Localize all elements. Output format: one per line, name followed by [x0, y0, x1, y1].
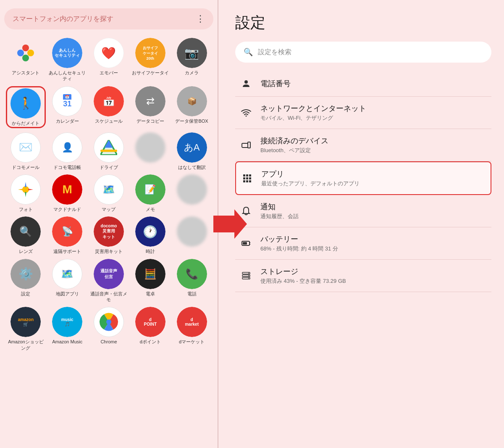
app-item-memo[interactable]: 📝メモ [130, 174, 170, 212]
app-item-mcdonalds[interactable]: Mマクドナルド [47, 174, 87, 212]
app-item-dpoint[interactable]: dPOINTdポイント [130, 307, 170, 351]
settings-icon-connected [240, 139, 252, 151]
app-icon-schedule: 📅 [94, 86, 124, 116]
app-label-dmarket: dマーケット [179, 339, 205, 345]
right-panel: 設定 🔍 設定を検索 電話番号ネットワークとインターネットモバイル、Wi-Fi、… [218, 0, 504, 448]
app-icon-photos [10, 174, 41, 205]
arrow-container [213, 209, 247, 239]
svg-point-0 [17, 50, 24, 56]
app-label-mcdonalds: マクドナルド [53, 206, 81, 212]
app-item-docomotel[interactable]: 👤ドコモ電話帳 [47, 132, 87, 170]
app-icon-hanashite: あA [177, 132, 207, 163]
app-icon-blurred1 [135, 132, 165, 163]
settings-title-storage: ストレージ [260, 266, 346, 277]
app-item-amazon[interactable]: amazon🛒Amazonショッピング [6, 307, 46, 351]
app-item-osaifu[interactable]: おサイフケータイ20thおサイフケータイ [130, 38, 170, 82]
settings-item-battery[interactable]: バッテリー68% - 残り時間: 約 4 時間 31 分 [235, 227, 491, 260]
app-icon-drive [94, 132, 124, 163]
app-search-bar[interactable]: スマートフォン内のアプリを探す ⋮ [4, 8, 213, 29]
app-label-music: Amazon Music [52, 339, 82, 345]
app-item-maps[interactable]: 🗺️マップ [89, 174, 129, 212]
app-icon-dpoint: dPOINT [135, 307, 165, 337]
app-item-camera[interactable]: 📷カメラ [172, 38, 212, 82]
app-label-memo: メモ [146, 206, 155, 212]
settings-item-storage[interactable]: ストレージ使用済み 43% - 空き容量 73.29 GB [235, 260, 491, 292]
svg-rect-20 [246, 174, 248, 177]
app-item-anshinsec[interactable]: あんしんセキュリティあんしんセキュリティ [47, 38, 87, 82]
app-label-docomotel: ドコモ電話帳 [53, 164, 81, 170]
app-item-blurred3[interactable] [172, 216, 212, 254]
svg-rect-23 [246, 177, 248, 179]
app-item-clock[interactable]: 🕐時計 [130, 216, 170, 254]
app-item-saigai[interactable]: docomo災害用キット災害用キット [89, 216, 129, 254]
svg-point-36 [248, 275, 249, 276]
app-item-hanashite[interactable]: あAはなして翻訳 [172, 132, 212, 170]
svg-point-1 [22, 45, 29, 51]
app-item-settings[interactable]: ⚙️設定 [6, 259, 46, 303]
app-item-databox[interactable]: 📦データ保管BOX [172, 86, 212, 128]
app-item-tel[interactable]: 📞電話 [172, 259, 212, 303]
app-item-tsuwashin[interactable]: 通話音声伝言通話音声・伝言メモ [89, 259, 129, 303]
svg-point-14 [244, 80, 248, 84]
settings-item-apps[interactable]: アプリ最近使ったアプリ、デフォルトのアプリ [235, 161, 491, 195]
left-panel: スマートフォン内のアプリを探す ⋮ アシスタントあんしんセキュリティあんしんセキ… [0, 0, 218, 448]
svg-rect-31 [243, 242, 247, 245]
app-item-schedule[interactable]: 📅スケジュール [89, 86, 129, 128]
app-icon-blurred2 [177, 174, 207, 205]
svg-rect-6 [100, 150, 117, 152]
app-item-emoba[interactable]: ❤️エモバー [89, 38, 129, 82]
app-item-enkaku[interactable]: 📡遠隔サポート [47, 216, 87, 254]
app-label-saigai: 災害用キット [95, 248, 123, 254]
app-label-assistant: アシスタント [12, 70, 39, 76]
app-item-blurred1[interactable] [130, 132, 170, 170]
svg-rect-22 [243, 177, 245, 179]
app-grid: アシスタントあんしんセキュリティあんしんセキュリティ❤️エモバーおサイフケータイ… [4, 38, 213, 351]
app-label-drive: ドライブ [100, 164, 118, 170]
settings-icon-apps [241, 172, 253, 184]
settings-subtitle-notifications: 通知履歴、会話 [260, 213, 299, 220]
app-item-dmarket[interactable]: dmarketdマーケット [172, 307, 212, 351]
app-icon-amazon: amazon🛒 [10, 307, 41, 337]
app-label-docomomail: ドコモメール [12, 164, 39, 170]
app-icon-music: music🎵 [52, 307, 82, 337]
app-item-drive[interactable]: ドライブ [89, 132, 129, 170]
menu-dots-icon[interactable]: ⋮ [196, 13, 205, 24]
settings-item-connected[interactable]: 接続済みのデバイスBluetooth、ペア設定 [235, 129, 491, 161]
settings-search-bar[interactable]: 🔍 設定を検索 [235, 42, 491, 63]
settings-title-connected: 接続済みのデバイス [260, 136, 328, 146]
app-item-chizu[interactable]: 🗺️地図アプリ [47, 259, 87, 303]
app-item-datacopy[interactable]: ⇄データコピー [130, 86, 170, 128]
app-item-chrome[interactable]: Chrome [89, 307, 129, 351]
app-item-photos[interactable]: フォト [6, 174, 46, 212]
app-label-karada: からだメイト [12, 120, 39, 126]
settings-text-network: ネットワークとインターネットモバイル、Wi-Fi、テザリング [260, 103, 366, 122]
app-item-assistant[interactable]: アシスタント [6, 38, 46, 82]
svg-rect-19 [243, 174, 245, 177]
svg-point-37 [248, 278, 249, 279]
app-item-dentaku[interactable]: 🧮電卓 [130, 259, 170, 303]
app-icon-chizu: 🗺️ [52, 259, 82, 289]
svg-rect-21 [249, 174, 251, 177]
settings-item-notifications[interactable]: 通知通知履歴、会話 [235, 195, 491, 227]
app-item-music[interactable]: music🎵Amazon Music [47, 307, 87, 351]
app-label-camera: カメラ [185, 70, 199, 76]
app-item-karada[interactable]: 🚶からだメイト [6, 86, 46, 128]
settings-subtitle-storage: 使用済み 43% - 空き容量 73.29 GB [260, 277, 346, 285]
app-icon-tel: 📞 [177, 259, 207, 289]
settings-text-storage: ストレージ使用済み 43% - 空き容量 73.29 GB [260, 266, 346, 285]
app-icon-emoba: ❤️ [94, 38, 124, 68]
app-label-anshinsec: あんしんセキュリティ [47, 70, 87, 82]
app-icon-docomomail: ✉️ [10, 132, 41, 163]
app-icon-lens: 🔍 [10, 216, 41, 247]
app-item-docomomail[interactable]: ✉️ドコモメール [6, 132, 46, 170]
app-item-blurred2[interactable] [172, 174, 212, 212]
app-icon-calendar: 📅31 [52, 86, 82, 116]
settings-item-network[interactable]: ネットワークとインターネットモバイル、Wi-Fi、テザリング [235, 97, 491, 129]
app-item-calendar[interactable]: 📅31カレンダー [47, 86, 87, 128]
app-item-lens[interactable]: 🔍レンズ [6, 216, 46, 254]
app-icon-anshinsec: あんしんセキュリティ [52, 38, 82, 68]
app-label-clock: 時計 [146, 248, 155, 254]
app-label-schedule: スケジュール [95, 118, 123, 124]
settings-subtitle-battery: 68% - 残り時間: 約 4 時間 31 分 [260, 245, 338, 253]
settings-item-phone[interactable]: 電話番号 [235, 71, 491, 97]
